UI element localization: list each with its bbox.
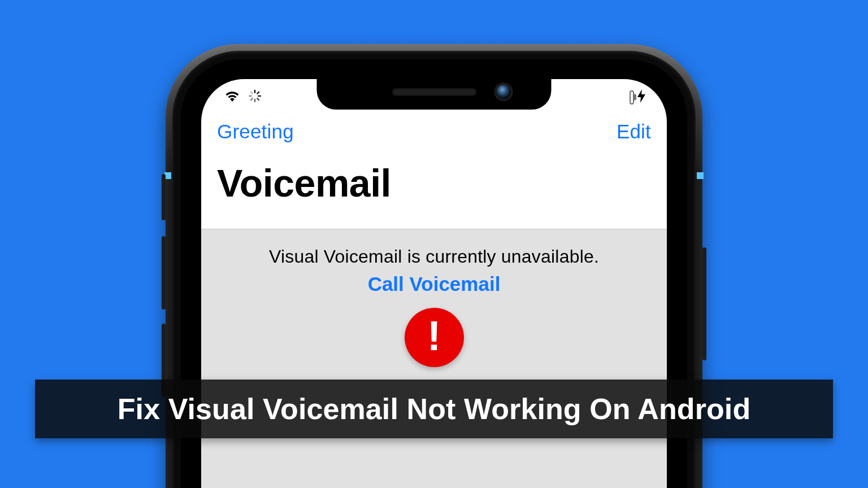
svg-line-1 — [257, 92, 259, 94]
nav-bar: Greeting Edit — [201, 113, 667, 150]
battery-charging-icon — [630, 93, 634, 103]
content-area: Visual Voicemail is currently unavailabl… — [201, 229, 667, 488]
call-voicemail-link[interactable]: Call Voicemail — [201, 273, 667, 295]
svg-line-5 — [251, 98, 253, 100]
wifi-icon — [224, 90, 241, 104]
charging-bolt-icon — [637, 89, 645, 106]
svg-line-3 — [257, 98, 259, 100]
edit-button[interactable]: Edit — [617, 120, 651, 143]
caption-text: Fix Visual Voicemail Not Working On Andr… — [118, 392, 751, 426]
status-bar — [201, 79, 667, 113]
power-button — [702, 247, 706, 360]
caption-bar: Fix Visual Voicemail Not Working On Andr… — [35, 380, 833, 438]
page-title: Voicemail — [217, 161, 391, 205]
mute-switch — [162, 174, 166, 220]
error-badge: ! — [405, 308, 464, 367]
svg-line-7 — [251, 92, 253, 94]
greeting-button[interactable]: Greeting — [217, 120, 294, 143]
unavailable-message: Visual Voicemail is currently unavailabl… — [201, 229, 667, 267]
volume-up-button — [162, 236, 166, 310]
exclamation-icon: ! — [427, 315, 441, 357]
antenna-band-right — [697, 172, 704, 179]
activity-spinner-icon — [248, 89, 262, 105]
